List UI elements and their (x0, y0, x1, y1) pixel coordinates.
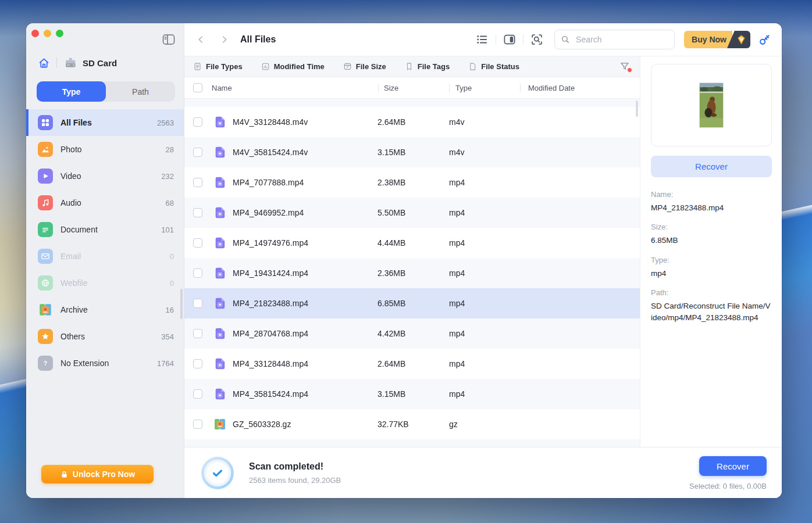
column-size[interactable]: Size (379, 84, 449, 92)
check-icon (211, 466, 225, 480)
sidebar-scrollbar[interactable] (180, 289, 183, 319)
table-row[interactable]: MP4_28704768.mp4 4.42MB mp4 (184, 318, 640, 349)
row-checkbox[interactable] (193, 208, 202, 217)
sidebar-item-count: 0 (170, 252, 174, 261)
row-checkbox[interactable] (193, 359, 202, 368)
sidebar-item-label: Video (60, 171, 81, 181)
sidebar-item-no-extension[interactable]: ? No Extension 1764 (26, 350, 184, 377)
recover-button-main[interactable]: Recover (699, 456, 767, 476)
table-row[interactable]: MP4_7077888.mp4 2.38MB mp4 (184, 167, 640, 198)
table-row[interactable]: MP4_21823488.mp4 6.85MB mp4 (184, 288, 640, 318)
minimize-button[interactable] (44, 30, 51, 37)
filter-file-types[interactable]: File Types (193, 62, 243, 71)
filter-file-tags[interactable]: File Tags (405, 62, 450, 71)
svg-text:?: ? (44, 360, 47, 367)
row-checkbox[interactable] (193, 329, 202, 338)
scan-status-title: Scan completed! (249, 461, 341, 472)
sidebar-item-others[interactable]: Others 354 (26, 323, 184, 350)
file-list-area: File Types Modified Time File Size File … (184, 56, 640, 447)
search-input[interactable] (575, 34, 668, 45)
close-button[interactable] (31, 30, 39, 37)
file-name: GZ_5603328.gz (233, 420, 377, 429)
file-tags-icon (405, 62, 414, 71)
zoom-button[interactable] (56, 30, 63, 37)
filter-modified-time[interactable]: Modified Time (261, 62, 325, 71)
detail-field: Size: 6.85MB (651, 223, 771, 246)
row-checkbox[interactable] (193, 389, 202, 399)
sidebar-item-email[interactable]: Email 0 (26, 243, 184, 270)
filter-label: File Tags (418, 62, 450, 71)
sidebar-item-audio[interactable]: Audio 68 (26, 189, 184, 216)
email-icon (38, 249, 53, 264)
table-row[interactable]: GZ_5603328.gz 32.77KB gz (184, 409, 640, 439)
forward-icon[interactable] (219, 34, 230, 45)
file-ext: mp4 (449, 359, 522, 368)
sidebar-item-count: 101 (161, 225, 174, 234)
tab-type[interactable]: Type (37, 81, 106, 102)
row-checkbox[interactable] (193, 299, 202, 308)
filter-label: File Status (481, 62, 519, 71)
row-checkbox[interactable] (193, 117, 202, 127)
video-icon (38, 169, 53, 184)
sidebar-item-all-files[interactable]: All Files 2563 (26, 109, 184, 136)
sidebar-item-document[interactable]: Document 101 (26, 216, 184, 243)
sd-card-drive-icon (63, 56, 77, 70)
filter-file-size[interactable]: File Size (343, 62, 386, 71)
detail-field-label: Name: (651, 190, 771, 199)
file-size: 2.64MB (377, 117, 449, 127)
sidebar-item-count: 68 (166, 199, 174, 207)
file-size: 2.38MB (377, 178, 449, 187)
selection-summary: Selected: 0 files, 0.00B (689, 482, 767, 490)
video-thumbnail[interactable] (700, 83, 723, 127)
table-row[interactable]: MP4_14974976.mp4 4.44MB mp4 (184, 228, 640, 258)
row-checkbox[interactable] (193, 268, 202, 278)
sidebar-item-label: Webfile (60, 278, 87, 288)
table-row[interactable]: MP4_33128448.mp4 2.64MB mp4 (184, 349, 640, 379)
video-file-icon (213, 388, 226, 400)
file-ext: mp4 (449, 299, 522, 308)
sidebar-item-count: 2563 (157, 119, 174, 127)
license-key-icon[interactable] (758, 33, 771, 46)
recover-button-panel[interactable]: Recover (651, 156, 772, 177)
table-scrollbar[interactable] (636, 101, 638, 117)
video-file-icon (213, 357, 226, 370)
sidebar-item-webfile[interactable]: Webfile 0 (26, 270, 184, 296)
table-row[interactable]: M4V_35815424.m4v 3.15MB m4v (184, 137, 640, 167)
filter-file-status[interactable]: File Status (468, 62, 519, 71)
sidebar-item-photo[interactable]: Photo 28 (26, 136, 184, 163)
toolbar-divider (523, 35, 523, 44)
table-row[interactable]: M4V_33128448.m4v 2.64MB m4v (184, 107, 640, 137)
device-header: SD Card (38, 56, 117, 70)
video-file-icon (213, 237, 226, 249)
sidebar-item-video[interactable]: Video 232 (26, 163, 184, 189)
panel-view-icon[interactable] (503, 33, 516, 46)
row-checkbox[interactable] (193, 148, 202, 157)
table-row[interactable]: MP4_35815424.mp4 3.15MB mp4 (184, 379, 640, 409)
home-icon[interactable] (38, 57, 50, 69)
row-checkbox[interactable] (193, 178, 202, 187)
sidebar-item-label: Document (60, 225, 98, 234)
table-row[interactable]: MP4_19431424.mp4 2.36MB mp4 (184, 258, 640, 288)
tab-path[interactable]: Path (106, 81, 175, 102)
sidebar-item-archive[interactable]: Archive 16 (26, 296, 184, 323)
detail-field-label: Path: (651, 288, 771, 297)
column-name[interactable]: Name (212, 84, 378, 92)
sidebar-item-label: Audio (60, 198, 81, 207)
column-modified-date[interactable]: Modified Date (521, 84, 640, 92)
sidebar-toggle-icon[interactable] (162, 34, 175, 45)
file-name: MP4_35815424.mp4 (233, 389, 377, 399)
row-checkbox[interactable] (193, 238, 202, 248)
row-checkbox[interactable] (193, 420, 202, 429)
select-all-checkbox[interactable] (193, 83, 202, 92)
table-row[interactable]: MP4_9469952.mp4 5.50MB mp4 (184, 198, 640, 228)
partial-row-top (184, 99, 640, 107)
buy-now-button[interactable]: Buy Now (684, 31, 750, 48)
filter-funnel-icon[interactable] (619, 61, 631, 73)
sidebar-item-label: Archive (60, 305, 88, 314)
scan-complete-icon (201, 457, 234, 489)
column-type[interactable]: Type (450, 84, 520, 92)
unlock-pro-button[interactable]: Unlock Pro Now (41, 465, 154, 483)
list-view-icon[interactable] (476, 33, 489, 46)
back-icon[interactable] (195, 34, 206, 45)
preview-scan-icon[interactable] (530, 33, 543, 46)
